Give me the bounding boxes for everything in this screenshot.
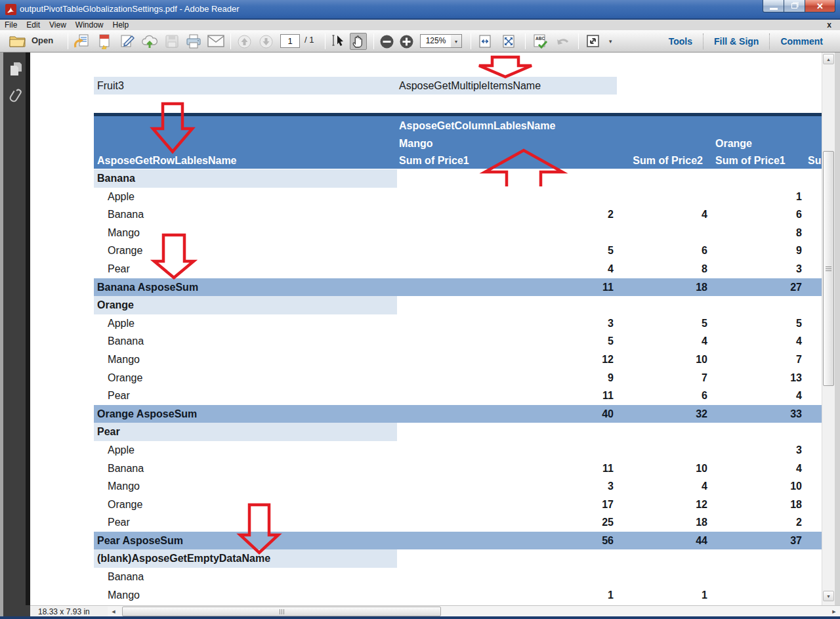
cell-value: 18 bbox=[617, 513, 711, 532]
undo-icon bbox=[555, 35, 571, 48]
cell-value bbox=[804, 532, 822, 550]
toolbar-overflow-caret[interactable]: ▾ bbox=[609, 38, 612, 45]
close-document-icon[interactable]: x bbox=[827, 20, 831, 30]
fit-page-button[interactable] bbox=[500, 33, 517, 50]
pivot-header: AsposeGetColumnLablesName Mango Orange A… bbox=[94, 113, 822, 169]
window-title: outputPivotTableGlobalizationSettings.pd… bbox=[20, 0, 240, 18]
sign-document-button[interactable] bbox=[119, 33, 136, 50]
cell-value bbox=[804, 496, 822, 514]
zoom-out-button[interactable] bbox=[378, 33, 395, 50]
menu-edit[interactable]: Edit bbox=[22, 20, 45, 30]
export-pdf-button[interactable] bbox=[73, 33, 90, 50]
minimize-button[interactable] bbox=[763, 0, 784, 12]
cell-value: 11 bbox=[397, 459, 617, 478]
cell-value: 18 bbox=[711, 496, 804, 514]
cell-value: 11 bbox=[397, 387, 617, 405]
page-thumbnails-icon[interactable] bbox=[8, 60, 24, 77]
zoom-in-button[interactable] bbox=[398, 33, 415, 50]
spellcheck-abc-button[interactable]: ABC bbox=[532, 33, 549, 50]
value-header-4: Sum of Price2 bbox=[804, 152, 822, 169]
menu-window[interactable]: Window bbox=[71, 20, 108, 30]
adobe-reader-icon bbox=[5, 4, 16, 15]
open-button[interactable]: Open bbox=[9, 33, 53, 47]
tools-link[interactable]: Tools bbox=[658, 36, 703, 47]
horizontal-scrollbar[interactable]: ◀ ▶ bbox=[108, 607, 840, 616]
create-pdf-icon bbox=[96, 33, 112, 49]
row-label: Banana AsposeSum bbox=[94, 278, 397, 297]
menu-view[interactable]: View bbox=[45, 20, 71, 30]
vertical-scrollbar[interactable]: ▲ ▼ bbox=[822, 53, 835, 605]
cell-value bbox=[804, 260, 822, 278]
print-icon bbox=[185, 33, 202, 49]
pivot-row-detail: Banana246 bbox=[94, 205, 822, 224]
fullscreen-button[interactable] bbox=[585, 33, 602, 50]
cloud-upload-button[interactable] bbox=[141, 33, 158, 50]
hand-tool-button[interactable] bbox=[350, 33, 367, 50]
cell-value bbox=[617, 296, 711, 314]
title-bar: outputPivotTableGlobalizationSettings.pd… bbox=[0, 0, 840, 20]
window-right-edge bbox=[835, 53, 840, 605]
col-group-mango: Mango bbox=[397, 135, 617, 152]
zoom-level-input[interactable]: 125% bbox=[420, 34, 452, 48]
fill-sign-link[interactable]: Fill & Sign bbox=[704, 36, 769, 47]
cell-value bbox=[617, 441, 711, 459]
cell-value: 1 bbox=[617, 586, 711, 605]
scroll-down-button[interactable]: ▼ bbox=[823, 591, 834, 601]
cell-value bbox=[804, 351, 822, 369]
cell-value: 5 bbox=[617, 314, 711, 333]
row-label: Pear bbox=[94, 260, 397, 278]
save-file-button[interactable] bbox=[163, 33, 180, 50]
cell-value bbox=[397, 423, 617, 441]
zoom-dropdown-button[interactable]: ▾ bbox=[451, 34, 462, 48]
row-label: Pear bbox=[94, 423, 397, 441]
close-button[interactable]: ✕ bbox=[805, 0, 835, 12]
create-pdf-button[interactable] bbox=[96, 33, 113, 50]
previous-page-icon bbox=[237, 34, 252, 49]
restore-button[interactable] bbox=[784, 0, 805, 12]
undo-button[interactable] bbox=[555, 33, 572, 50]
pivot-row-detail: Banana bbox=[94, 568, 822, 586]
cell-value bbox=[397, 188, 617, 206]
email-button[interactable] bbox=[207, 33, 224, 50]
fit-width-button[interactable] bbox=[476, 33, 494, 50]
attachments-paperclip-icon[interactable] bbox=[8, 87, 24, 106]
row-label: Mango bbox=[94, 351, 397, 369]
email-icon bbox=[207, 35, 224, 48]
cell-value bbox=[397, 296, 617, 314]
print-button[interactable] bbox=[185, 33, 202, 50]
cell-value: 3 bbox=[711, 260, 804, 278]
pivot-row-detail: Orange171218 bbox=[94, 496, 822, 514]
cell-value bbox=[711, 169, 804, 188]
pivot-row-detail: Apple1 bbox=[94, 188, 822, 206]
vertical-scroll-thumb[interactable] bbox=[823, 151, 834, 386]
cell-value: 33 bbox=[711, 405, 804, 423]
cell-value: 3 bbox=[397, 477, 617, 496]
row-label: (blank)AsposeGetEmptyDataName bbox=[94, 549, 397, 568]
select-tool-button[interactable] bbox=[330, 33, 347, 50]
cell-value: 11 bbox=[397, 278, 617, 297]
row-label: Apple bbox=[94, 188, 397, 206]
window-bottom-edge bbox=[0, 616, 840, 619]
cell-value: 9 bbox=[711, 242, 804, 260]
cell-value: 40 bbox=[397, 405, 617, 423]
pivot-header-top-strip bbox=[94, 113, 822, 116]
scroll-left-button[interactable]: ◀ bbox=[109, 607, 118, 616]
menu-help[interactable]: Help bbox=[108, 20, 134, 30]
row-label: Orange AsposeSum bbox=[94, 405, 397, 423]
cell-value bbox=[397, 224, 617, 242]
menu-file[interactable]: File bbox=[0, 20, 22, 30]
comment-link[interactable]: Comment bbox=[770, 36, 833, 47]
page-number-input[interactable]: 1 bbox=[280, 34, 300, 48]
row-label: Mango bbox=[94, 477, 397, 496]
cell-value: 37 bbox=[711, 532, 804, 550]
next-page-button[interactable] bbox=[257, 33, 274, 50]
cell-value bbox=[617, 188, 711, 206]
scroll-right-button[interactable]: ▶ bbox=[830, 607, 839, 616]
pane-divider[interactable] bbox=[26, 53, 30, 616]
row-label: Mango bbox=[94, 224, 397, 242]
previous-page-button[interactable] bbox=[236, 33, 253, 50]
cell-value bbox=[804, 423, 822, 441]
horizontal-scroll-thumb[interactable] bbox=[122, 607, 441, 616]
scroll-up-button[interactable]: ▲ bbox=[823, 54, 834, 64]
cell-value: 10 bbox=[711, 477, 804, 496]
